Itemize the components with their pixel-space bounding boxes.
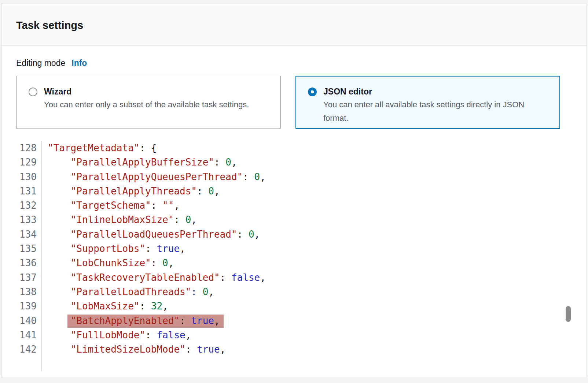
line-number: 142 [16, 342, 42, 357]
line-number: 140 [16, 314, 42, 328]
code-line-text: "LobMaxSize": 32, [42, 299, 168, 313]
line-number: 136 [16, 256, 42, 270]
line-number: 129 [16, 155, 42, 170]
wizard-option-label: Wizard [44, 85, 249, 98]
code-line[interactable]: 133 "InlineLobMaxSize": 0, [16, 213, 572, 227]
editing-mode-row: Editing mode Info [16, 57, 572, 68]
code-line-text: "LimitedSizeLobMode": true, [42, 342, 225, 357]
line-number: 138 [16, 285, 42, 299]
line-number: 133 [16, 213, 42, 227]
json-editor-option-description: You can enter all available task setting… [323, 98, 550, 125]
code-line-text: "LobChunkSize": 0, [42, 256, 174, 270]
code-line[interactable]: 137 "TaskRecoveryTableEnabled": false, [16, 271, 572, 285]
line-number: 128 [16, 141, 42, 155]
code-line-text: "TargetMetadata": { [42, 141, 157, 155]
code-line-text: "TargetSchema": "", [42, 198, 180, 213]
code-line-text: "FullLobMode": false, [42, 328, 191, 342]
code-line-text: "ParallelApplyBufferSize": 0, [42, 155, 237, 170]
editor-scrollbar-thumb[interactable] [566, 306, 571, 322]
code-line[interactable]: 129 "ParallelApplyBufferSize": 0, [16, 155, 572, 170]
code-line[interactable]: 134 "ParallelLoadQueuesPerThread": 0, [16, 227, 572, 242]
line-number: 130 [16, 170, 42, 184]
wizard-radio-icon[interactable] [29, 88, 37, 96]
code-line[interactable]: 130 "ParallelApplyQueuesPerThread": 0, [16, 170, 572, 184]
code-line[interactable]: 140 "BatchApplyEnabled": true, [16, 314, 572, 328]
line-number: 134 [16, 227, 42, 242]
wizard-option-text: Wizard You can enter only a subset of th… [44, 85, 249, 111]
code-line[interactable]: 132 "TargetSchema": "", [16, 198, 572, 213]
task-settings-panel: Task settings Editing mode Info Wizard Y… [1, 4, 587, 377]
code-line-text: "ParallelApplyThreads": 0, [42, 184, 220, 198]
code-line-text: "ParallelApplyQueuesPerThread": 0, [42, 170, 266, 184]
code-line[interactable] [16, 357, 572, 371]
code-line-text: "ParallelLoadQueuesPerThread": 0, [42, 227, 260, 242]
json-editor-option-label: JSON editor [323, 85, 550, 98]
json-editor-option-tile[interactable]: JSON editor You can enter all available … [295, 76, 560, 129]
code-line-text: "SupportLobs": true, [42, 242, 185, 256]
code-line[interactable]: 135 "SupportLobs": true, [16, 242, 572, 256]
line-number [16, 357, 42, 371]
page-title: Task settings [16, 18, 572, 33]
code-line[interactable]: 141 "FullLobMode": false, [16, 328, 572, 342]
code-line-text: "InlineLobMaxSize": 0, [42, 213, 197, 227]
code-line-text: "ParallelLoadThreads": 0, [42, 285, 214, 299]
code-line[interactable]: 138 "ParallelLoadThreads": 0, [16, 285, 572, 299]
line-number: 131 [16, 184, 42, 198]
code-line[interactable]: 136 "LobChunkSize": 0, [16, 256, 572, 270]
code-line[interactable]: 139 "LobMaxSize": 32, [16, 299, 572, 313]
json-editor-option-text: JSON editor You can enter all available … [323, 85, 550, 125]
wizard-option-description: You can enter only a subset of the avail… [44, 98, 249, 111]
code-line[interactable]: 142 "LimitedSizeLobMode": true, [16, 342, 572, 357]
highlighted-code: "BatchApplyEnabled": true, [67, 315, 224, 328]
editing-mode-label: Editing mode [16, 57, 65, 68]
info-link[interactable]: Info [71, 58, 87, 68]
line-number: 139 [16, 299, 42, 313]
json-code-editor[interactable]: 128"TargetMetadata": {129 "ParallelApply… [16, 141, 572, 371]
json-editor-radio-icon[interactable] [308, 88, 317, 96]
line-number: 141 [16, 328, 42, 342]
code-line-text: "BatchApplyEnabled": true, [42, 314, 224, 328]
line-number: 132 [16, 198, 42, 213]
line-number: 135 [16, 242, 42, 256]
code-line[interactable]: 131 "ParallelApplyThreads": 0, [16, 184, 572, 198]
code-line-text: "TaskRecoveryTableEnabled": false, [42, 271, 266, 285]
line-number: 137 [16, 271, 42, 285]
code-line[interactable]: 128"TargetMetadata": { [16, 141, 572, 155]
panel-header: Task settings [1, 4, 587, 46]
editing-mode-options: Wizard You can enter only a subset of th… [16, 76, 572, 129]
code-line-text [42, 357, 48, 371]
panel-body: Editing mode Info Wizard You can enter o… [1, 57, 587, 371]
wizard-option-tile[interactable]: Wizard You can enter only a subset of th… [16, 76, 281, 129]
